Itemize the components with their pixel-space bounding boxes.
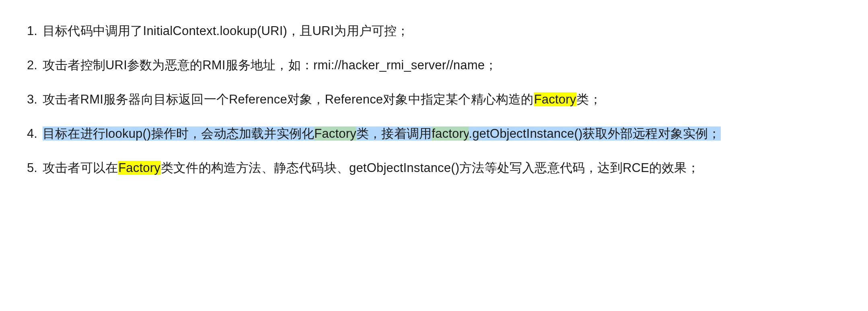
ordered-list: 目标代码中调用了InitialContext.lookup(URI)，且URI为… — [23, 19, 845, 180]
selection: .getObjectInstance()获取外部远程对象实例； — [469, 126, 720, 141]
list-item: 攻击者可以在Factory类文件的构造方法、静态代码块、getObjectIns… — [41, 156, 845, 180]
list-item: 攻击者控制URI参数为恶意的RMI服务地址，如：rmi://hacker_rmi… — [41, 54, 845, 77]
selection: 目标在进行lookup()操作时，会动态加载并实例化 — [43, 126, 314, 141]
highlight-green: factory — [432, 126, 469, 141]
list-item: 目标在进行lookup()操作时，会动态加载并实例化Factory类，接着调用f… — [41, 122, 845, 146]
list-text: 类； — [576, 92, 601, 106]
list-text: 攻击者可以在 — [43, 161, 118, 175]
list-text: 攻击者RMI服务器向目标返回一个Reference对象，Reference对象中… — [43, 92, 534, 106]
list-item: 目标代码中调用了InitialContext.lookup(URI)，且URI为… — [41, 19, 845, 43]
highlight-green: Factory — [314, 126, 356, 141]
list-text: 目标代码中调用了InitialContext.lookup(URI)，且URI为… — [43, 24, 409, 38]
highlight-yellow: Factory — [118, 161, 161, 175]
highlight-yellow: Factory — [534, 92, 577, 106]
list-text: 类文件的构造方法、静态代码块、getObjectInstance()方法等处写入… — [161, 161, 699, 175]
list-text: 攻击者控制URI参数为恶意的RMI服务地址，如：rmi://hacker_rmi… — [43, 58, 497, 72]
selection: 类，接着调用 — [356, 126, 432, 141]
list-item: 攻击者RMI服务器向目标返回一个Reference对象，Reference对象中… — [41, 88, 845, 112]
